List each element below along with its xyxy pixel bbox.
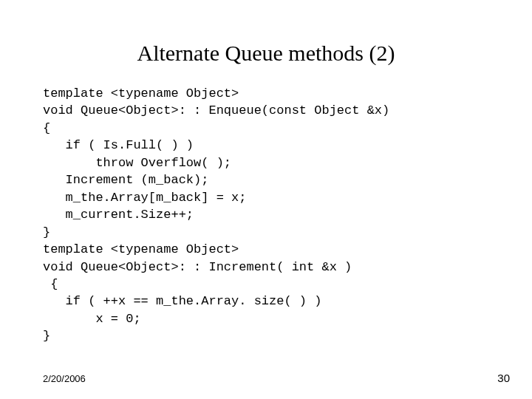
code-line: throw Overflow( );	[43, 156, 231, 170]
code-line: {	[43, 277, 58, 291]
code-line: m_the.Array[m_back] = x;	[43, 191, 246, 205]
code-line: m_current.Size++;	[43, 208, 194, 222]
code-line: if ( Is.Full( ) )	[43, 138, 194, 152]
code-line: void Queue<Object>: : Increment( int &x …	[43, 260, 352, 274]
code-line: void Queue<Object>: : Enqueue(const Obje…	[43, 103, 389, 117]
code-line: x = 0;	[43, 312, 141, 326]
code-line: }	[43, 329, 50, 343]
code-line: {	[43, 121, 50, 135]
code-line: if ( ++x == m_the.Array. size( ) )	[43, 294, 321, 308]
code-line: template <typename Object>	[43, 242, 239, 256]
code-line: }	[43, 225, 50, 239]
footer-page-number: 30	[497, 372, 510, 384]
code-line: template <typename Object>	[43, 86, 239, 100]
footer-date: 2/20/2006	[43, 373, 86, 384]
code-line: Increment (m_back);	[43, 173, 208, 187]
slide: Alternate Queue methods (2) template <ty…	[0, 0, 532, 399]
code-block: template <typename Object> void Queue<Ob…	[43, 85, 389, 345]
slide-title: Alternate Queue methods (2)	[0, 41, 532, 66]
